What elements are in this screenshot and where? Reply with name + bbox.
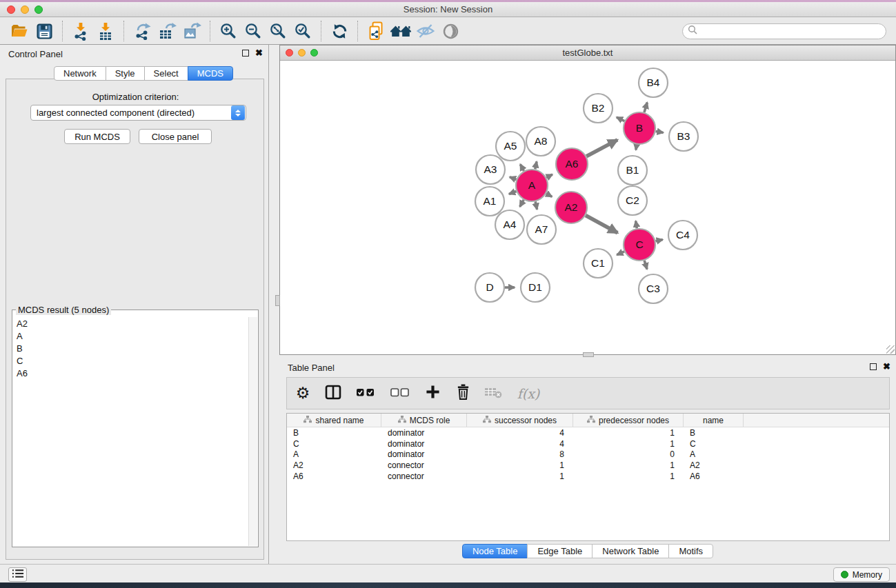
tab-motifs[interactable]: Motifs xyxy=(668,544,713,558)
table-row[interactable]: A2connector11A2 xyxy=(287,460,889,471)
float-panel-icon[interactable] xyxy=(242,50,249,57)
close-panel-icon[interactable]: ✖ xyxy=(883,363,890,370)
zoom-out-button[interactable] xyxy=(241,20,266,42)
graph-node-C[interactable]: C xyxy=(624,229,655,261)
select-all-button[interactable] xyxy=(353,382,378,405)
graph-edge-A6-B[interactable] xyxy=(586,140,617,156)
home-button[interactable] xyxy=(388,20,413,42)
graph-node-A8[interactable]: A8 xyxy=(526,127,555,156)
table-row[interactable]: Adominator80A xyxy=(287,449,889,460)
graph-edge-A-A6[interactable] xyxy=(546,174,552,178)
result-item-B[interactable]: B xyxy=(13,342,248,354)
graph-node-B2[interactable]: B2 xyxy=(584,94,613,123)
graph-edge-B-B1[interactable] xyxy=(636,145,637,150)
graph-node-C2[interactable]: C2 xyxy=(618,186,647,215)
graph-edge-A-A5[interactable] xyxy=(520,164,524,171)
graph-node-A3[interactable]: A3 xyxy=(476,155,505,184)
graph-node-B1[interactable]: B1 xyxy=(618,156,647,185)
column-header-successor-nodes[interactable]: successor nodes xyxy=(467,414,573,427)
graph-node-A7[interactable]: A7 xyxy=(527,215,556,244)
graph-node-D1[interactable]: D1 xyxy=(521,273,550,302)
graph-node-A5[interactable]: A5 xyxy=(496,132,525,161)
column-header-name[interactable]: name xyxy=(684,414,744,427)
result-item-A2[interactable]: A2 xyxy=(13,317,248,330)
export-network-button[interactable] xyxy=(130,20,155,42)
result-scrollbar[interactable] xyxy=(248,317,257,546)
tab-network[interactable]: Network xyxy=(54,66,106,81)
function-builder-button[interactable]: f(x) xyxy=(513,382,544,405)
export-image-button[interactable] xyxy=(179,20,204,42)
criterion-dropdown[interactable]: largest connected component (directed) xyxy=(30,105,246,121)
show-selected-button[interactable] xyxy=(438,20,463,42)
tab-mcds[interactable]: MCDS xyxy=(188,66,233,81)
graph-edge-C-C1[interactable] xyxy=(617,252,624,255)
show-columns-button[interactable] xyxy=(323,382,344,405)
search-input[interactable] xyxy=(698,26,870,36)
import-network-button[interactable] xyxy=(68,20,93,42)
graph-edge-C-C2[interactable] xyxy=(636,221,637,229)
apply-layout-button[interactable] xyxy=(327,20,352,42)
result-item-A[interactable]: A xyxy=(13,330,248,342)
graph-edge-A2-C[interactable] xyxy=(586,215,617,232)
search-field[interactable] xyxy=(682,23,886,39)
graph-edge-A-A2[interactable] xyxy=(546,194,552,197)
table-settings-button[interactable]: ⚙ xyxy=(292,382,313,405)
graph-node-B4[interactable]: B4 xyxy=(639,68,668,97)
graph-edge-A-A4[interactable] xyxy=(520,200,524,207)
save-session-button[interactable] xyxy=(32,20,57,42)
tab-select[interactable]: Select xyxy=(144,66,188,81)
graph-edge-B-B2[interactable] xyxy=(617,117,624,121)
column-header-shared-name[interactable]: shared name xyxy=(287,414,381,427)
table-row[interactable]: A6connector11A6 xyxy=(287,471,889,482)
horizontal-splitter-handle[interactable] xyxy=(583,352,594,357)
open-session-button[interactable] xyxy=(7,20,32,42)
graph-node-A2[interactable]: A2 xyxy=(555,192,587,223)
graph-node-A[interactable]: A xyxy=(516,170,548,201)
result-item-C[interactable]: C xyxy=(13,354,248,367)
graph-edge-A-A3[interactable] xyxy=(510,177,517,180)
graph-node-A6[interactable]: A6 xyxy=(556,148,588,180)
tab-edge-table[interactable]: Edge Table xyxy=(527,544,593,558)
column-header-MCDS-role[interactable]: MCDS role xyxy=(381,414,467,427)
tab-node-table[interactable]: Node Table xyxy=(462,544,528,558)
graph-edge-C-C4[interactable] xyxy=(655,239,662,241)
window-resize-grip[interactable] xyxy=(886,345,895,354)
graph-node-A4[interactable]: A4 xyxy=(495,210,524,239)
run-mcds-button[interactable]: Run MCDS xyxy=(64,129,130,144)
zoom-fit-button[interactable] xyxy=(266,20,290,42)
graph-node-B[interactable]: B xyxy=(624,112,655,144)
tab-network-table[interactable]: Network Table xyxy=(592,544,669,558)
float-panel-icon[interactable] xyxy=(870,363,877,370)
graph-node-C1[interactable]: C1 xyxy=(584,249,613,278)
import-table-button[interactable] xyxy=(93,20,118,42)
close-panel-button[interactable]: Close panel xyxy=(139,129,212,144)
result-item-A6[interactable]: A6 xyxy=(13,367,248,379)
graph-edge-A-A8[interactable] xyxy=(535,161,537,169)
graph-node-C3[interactable]: C3 xyxy=(639,274,668,303)
network-canvas[interactable]: B4B2BB3A8A5A6A3B1AA1C2A2A4A7C4CC1C3DD1 xyxy=(280,61,895,354)
export-table-button[interactable] xyxy=(155,20,179,42)
graph-node-B3[interactable]: B3 xyxy=(669,122,698,151)
add-column-button[interactable] xyxy=(422,382,443,405)
deselect-all-button[interactable] xyxy=(388,382,412,405)
zoom-in-button[interactable] xyxy=(216,20,241,42)
open-recent-session-button[interactable] xyxy=(364,20,388,42)
close-panel-icon[interactable]: ✖ xyxy=(255,49,263,57)
delete-column-button[interactable] xyxy=(452,382,473,405)
delete-table-button[interactable] xyxy=(483,382,504,405)
table-row[interactable]: Cdominator41C xyxy=(287,438,889,449)
hide-selected-button[interactable] xyxy=(413,20,438,42)
show-panels-button[interactable] xyxy=(8,567,27,582)
zoom-selected-button[interactable] xyxy=(290,20,315,42)
network-window-titlebar[interactable]: testGlobe.txt xyxy=(280,45,895,61)
vertical-splitter-handle[interactable] xyxy=(275,295,280,306)
graph-edge-B-B3[interactable] xyxy=(656,131,664,132)
graph-node-A1[interactable]: A1 xyxy=(475,187,504,216)
graph-edge-A-A7[interactable] xyxy=(535,201,537,209)
graph-node-C4[interactable]: C4 xyxy=(668,221,697,250)
graph-edge-B-B4[interactable] xyxy=(644,103,647,112)
table-row[interactable]: Bdominator41B xyxy=(287,427,889,438)
column-header-predecessor-nodes[interactable]: predecessor nodes xyxy=(573,414,684,427)
mcds-result-list[interactable]: A2ABCA6 xyxy=(13,317,248,546)
graph-edge-A-A1[interactable] xyxy=(509,191,517,194)
